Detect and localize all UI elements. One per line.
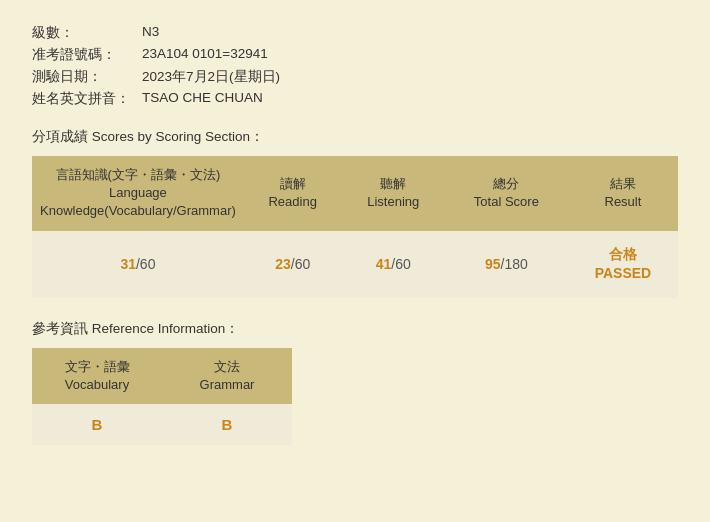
scores-section-title: 分項成績 Scores by Scoring Section： [32, 128, 678, 146]
main-container: 級數： N3 准考證號碼： 23A104 0101=32941 測驗日期： 20… [0, 0, 710, 469]
header-total: 總分 Total Score [445, 156, 568, 231]
listening-score-cell: 41/60 [342, 231, 445, 298]
date-label: 測驗日期： [32, 68, 142, 86]
name-value: TSAO CHE CHUAN [142, 90, 263, 108]
reference-section: 參考資訊 Reference Information： 文字・語彙 Vocabu… [32, 320, 678, 445]
exam-id-value: 23A104 0101=32941 [142, 46, 268, 64]
grammar-grade-cell: B [162, 404, 292, 445]
vocab-grade-cell: B [32, 404, 162, 445]
date-value: 2023年7月2日(星期日) [142, 68, 280, 86]
info-section: 級數： N3 准考證號碼： 23A104 0101=32941 測驗日期： 20… [32, 24, 678, 108]
total-score-cell: 95/180 [445, 231, 568, 298]
header-vocab: 文字・語彙 Vocabulary [32, 348, 162, 404]
header-grammar: 文法 Grammar [162, 348, 292, 404]
name-row: 姓名英文拼音： TSAO CHE CHUAN [32, 90, 678, 108]
name-label: 姓名英文拼音： [32, 90, 142, 108]
reference-section-title: 參考資訊 Reference Information： [32, 320, 678, 338]
lang-score-cell: 31/60 [32, 231, 244, 298]
exam-id-row: 准考證號碼： 23A104 0101=32941 [32, 46, 678, 64]
level-value: N3 [142, 24, 159, 42]
scores-header-row: 言語知識(文字・語彙・文法) Language Knowledge(Vocabu… [32, 156, 678, 231]
header-lang: 言語知識(文字・語彙・文法) Language Knowledge(Vocabu… [32, 156, 244, 231]
level-row: 級數： N3 [32, 24, 678, 42]
scores-data-row: 31/60 23/60 41/60 95/180 合格 PASSED [32, 231, 678, 298]
scores-section: 分項成績 Scores by Scoring Section： 言語知識(文字・… [32, 128, 678, 298]
reading-score-cell: 23/60 [244, 231, 342, 298]
header-result: 結果 Result [568, 156, 678, 231]
reference-table: 文字・語彙 Vocabulary 文法 Grammar B B [32, 348, 292, 445]
date-row: 測驗日期： 2023年7月2日(星期日) [32, 68, 678, 86]
reference-header-row: 文字・語彙 Vocabulary 文法 Grammar [32, 348, 292, 404]
result-cell: 合格 PASSED [568, 231, 678, 298]
reference-data-row: B B [32, 404, 292, 445]
header-listening: 聽解 Listening [342, 156, 445, 231]
result-passed: 合格 PASSED [576, 245, 670, 284]
scores-table: 言語知識(文字・語彙・文法) Language Knowledge(Vocabu… [32, 156, 678, 298]
exam-id-label: 准考證號碼： [32, 46, 142, 64]
level-label: 級數： [32, 24, 142, 42]
header-reading: 讀解 Reading [244, 156, 342, 231]
